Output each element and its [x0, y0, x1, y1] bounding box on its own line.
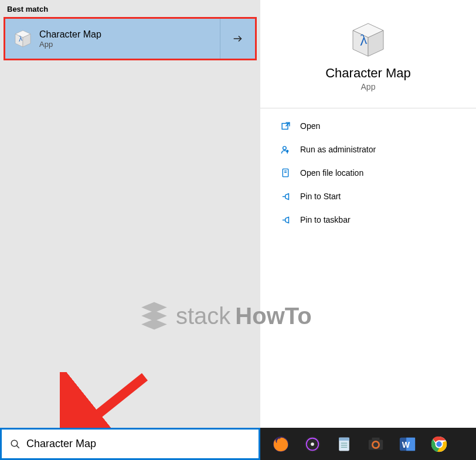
result-subtitle: App [39, 40, 101, 49]
action-label: Open file location [300, 168, 363, 178]
svg-point-8 [283, 146, 286, 149]
taskbar: W [0, 428, 476, 460]
stack-icon [137, 299, 171, 333]
action-open[interactable]: Open [280, 114, 465, 138]
watermark: stackHowTo [137, 299, 312, 333]
action-label: Pin to taskbar [300, 215, 351, 224]
chrome-icon[interactable] [429, 434, 449, 454]
svg-point-17 [11, 440, 18, 447]
svg-marker-14 [141, 319, 167, 329]
detail-pane: Character Map App Open Run as administra… [260, 0, 476, 428]
expand-arrow-button[interactable] [220, 19, 255, 59]
camera-icon[interactable] [366, 434, 386, 454]
action-run-admin[interactable]: Run as administrator [280, 138, 465, 161]
app-title: Character Map [266, 66, 470, 81]
folder-icon [280, 168, 291, 178]
notepad-icon[interactable] [334, 434, 354, 454]
action-label: Open [300, 121, 320, 131]
svg-text:W: W [402, 439, 410, 449]
best-match-result[interactable]: Character Map App [4, 17, 257, 60]
action-list: Open Run as administrator Open file loca… [260, 114, 476, 231]
section-best-match: Best match [0, 0, 260, 17]
action-label: Pin to Start [300, 192, 341, 201]
action-pin-start[interactable]: Pin to Start [280, 185, 465, 208]
character-map-icon [349, 21, 387, 59]
action-label: Run as administrator [300, 145, 376, 154]
search-input[interactable] [26, 438, 253, 450]
taskbar-apps: W [260, 428, 476, 460]
action-open-location[interactable]: Open file location [280, 161, 465, 185]
result-text: Character Map App [39, 29, 101, 49]
svg-rect-30 [372, 437, 379, 440]
svg-point-22 [311, 442, 314, 446]
app-header: Character Map App [260, 0, 476, 108]
svg-line-18 [16, 445, 19, 448]
character-map-icon [13, 29, 32, 48]
watermark-word2: HowTo [235, 303, 311, 329]
pin-icon [280, 214, 291, 225]
firefox-icon[interactable] [271, 434, 291, 454]
svg-rect-6 [282, 123, 288, 129]
watermark-word1: stack [176, 303, 230, 329]
search-icon [10, 439, 21, 449]
arrow-right-icon [232, 32, 244, 45]
word-icon[interactable]: W [397, 434, 417, 454]
search-results-pane: Best match Character Map App [0, 0, 260, 428]
action-pin-taskbar[interactable]: Pin to taskbar [280, 208, 465, 231]
result-main-area[interactable]: Character Map App [5, 19, 220, 59]
svg-rect-24 [339, 437, 349, 440]
pin-icon [280, 191, 291, 202]
divider [260, 108, 476, 108]
search-box[interactable] [0, 428, 260, 460]
app-subtitle: App [266, 82, 470, 91]
result-title: Character Map [39, 29, 101, 40]
media-icon[interactable] [302, 434, 322, 454]
open-icon [280, 121, 291, 131]
admin-icon [280, 144, 291, 155]
